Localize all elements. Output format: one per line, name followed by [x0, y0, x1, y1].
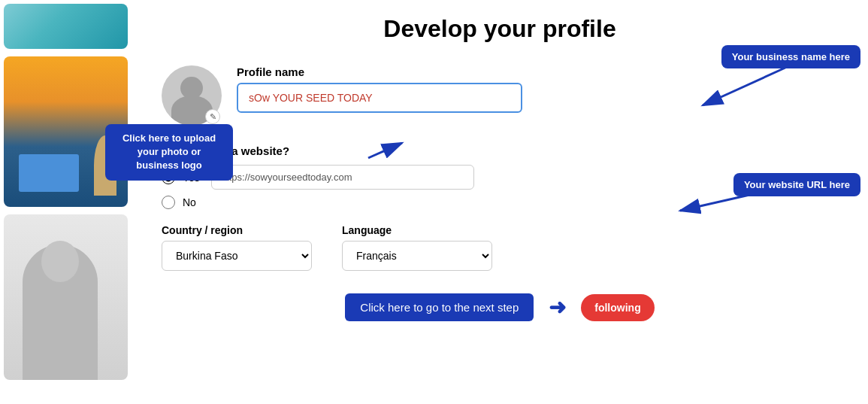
arrow-right-icon: ➜: [549, 295, 566, 320]
language-field: Language Français English Español: [342, 224, 492, 271]
page-title: Develop your profile: [162, 15, 838, 43]
country-select[interactable]: Burkina Faso France United States Canada: [162, 241, 312, 271]
profile-name-section: Profile name: [237, 65, 838, 113]
language-select[interactable]: Français English Español: [342, 241, 492, 271]
language-label: Language: [342, 224, 492, 236]
website-url-callout: Your website URL here: [733, 173, 860, 196]
avatar-edit-icon[interactable]: ✎: [205, 109, 220, 124]
no-label: No: [183, 196, 196, 208]
upload-photo-callout: Click here to upload your photo or busin…: [105, 124, 233, 181]
avatar-upload[interactable]: ✎: [162, 65, 222, 126]
country-label: Country / region: [162, 224, 312, 236]
bottom-section: Click here to go to the next step ➜ foll…: [162, 293, 838, 321]
left-sidebar: [0, 0, 132, 404]
business-name-callout: Your business name here: [721, 45, 860, 68]
sidebar-image-bottom: [4, 214, 128, 380]
url-input[interactable]: [211, 165, 474, 190]
profile-section: ✎ Profile name: [162, 65, 838, 126]
no-radio[interactable]: [162, 196, 175, 209]
location-section: Country / region Burkina Faso France Uni…: [162, 224, 838, 271]
following-button[interactable]: following: [581, 294, 654, 321]
no-radio-row: No: [162, 196, 838, 209]
main-content: Develop your profile ✎ Profile name Do y…: [132, 0, 868, 404]
sidebar-image-top: [4, 4, 128, 49]
country-field: Country / region Burkina Faso France Uni…: [162, 224, 312, 271]
website-label: Do you have a website?: [162, 144, 838, 157]
profile-name-input[interactable]: [237, 83, 522, 113]
next-step-callout: Click here to go to the next step: [345, 293, 534, 321]
